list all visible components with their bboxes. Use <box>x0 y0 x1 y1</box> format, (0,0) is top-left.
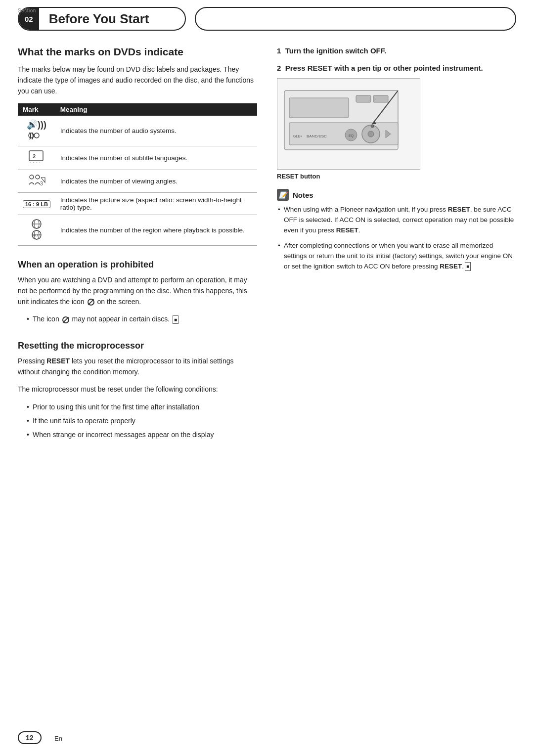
mark-subtitle: 2 · · · · <box>18 146 55 170</box>
prohibited-icon <box>88 299 94 306</box>
list-item: If the unit fails to operate properly <box>27 416 257 427</box>
step1-heading: 1 Turn the ignition switch OFF. <box>277 45 516 56</box>
svg-rect-3 <box>29 151 43 161</box>
region-symbol-icon: ALL <box>27 219 46 240</box>
note-item: When using with a Pioneer navigation uni… <box>277 205 516 236</box>
device-diagram: GLE + BAND/ESC EQ <box>279 81 418 167</box>
reset-caption: RESET button <box>277 173 516 180</box>
note-item: After completing connections or when you… <box>277 241 516 272</box>
section-title: Before You Start <box>39 11 159 27</box>
prohibited-body: When you are watching a DVD and attempt … <box>18 275 257 307</box>
svg-rect-20 <box>289 123 398 145</box>
table-cell-subtitle-meaning: Indicates the number of subtitle languag… <box>55 146 257 170</box>
notes-icon: 📝 <box>277 189 289 201</box>
step2-num: 2 <box>277 64 281 72</box>
section-label: Section <box>18 8 36 13</box>
page-number: 12 <box>18 731 42 744</box>
table-row: 🔊))) )) Indicates the number of audio sy… <box>18 116 257 146</box>
table-cell-audio-meaning: Indicates the number of audio systems. <box>55 116 257 146</box>
list-item: The icon may not appear in certain discs… <box>27 314 257 325</box>
stop-icon: ■ <box>173 315 178 324</box>
svg-point-27 <box>368 131 374 137</box>
dvd-heading: What the marks on DVDs indicate <box>18 45 257 58</box>
svg-rect-19 <box>373 95 388 102</box>
svg-text:2: 2 <box>33 153 36 159</box>
header-right-box <box>195 7 516 31</box>
svg-point-2 <box>34 133 39 138</box>
table-header-meaning: Meaning <box>55 103 257 116</box>
step2-heading: 2 Press RESET with a pen tip or other po… <box>277 63 516 73</box>
svg-text:· · · ·: · · · · <box>30 160 41 165</box>
header: 02 Before You Start <box>0 0 534 31</box>
prohibited-icon-inline <box>62 316 69 323</box>
svg-text:+: + <box>300 134 302 138</box>
page-lang: En <box>54 735 62 742</box>
reset-bullets: Prior to using this unit for the first t… <box>27 402 257 440</box>
prohibited-bullets: The icon may not appear in certain discs… <box>27 314 257 325</box>
svg-text:GLE: GLE <box>293 134 300 138</box>
section-badge: 02 Before You Start <box>18 7 186 31</box>
right-column: 1 Turn the ignition switch OFF. 2 Press … <box>272 45 516 443</box>
table-row: ALL Indicates the number of the region w… <box>18 215 257 246</box>
table-row: 2 · · · · Indicates the number of subtit… <box>18 146 257 170</box>
table-header-mark: Mark <box>18 103 55 116</box>
stop-icon: ■ <box>465 262 471 271</box>
svg-point-7 <box>36 175 40 179</box>
reset-body1: Pressing RESET lets you reset the microp… <box>18 356 257 377</box>
reset-body2: The microprocessor must be reset under t… <box>18 384 257 395</box>
prohibited-heading: When an operation is prohibited <box>18 260 257 270</box>
marks-table: Mark Meaning 🔊))) )) <box>18 103 257 246</box>
svg-rect-17 <box>289 98 349 118</box>
mark-region: ALL <box>18 215 55 246</box>
notes-box: 📝 Notes When using with a Pioneer naviga… <box>277 189 516 272</box>
table-row: 16 : 9 LB Indicates the picture size (as… <box>18 193 257 215</box>
svg-text:BAND/ESC: BAND/ESC <box>307 134 327 138</box>
angles-symbol-icon: 3 <box>27 174 46 187</box>
reset-heading: Resetting the microprocessor <box>18 341 257 351</box>
main-content: What the marks on DVDs indicate The mark… <box>0 31 534 473</box>
dvd-body: The marks below may be found on DVD disc… <box>18 64 257 96</box>
svg-point-6 <box>30 175 34 179</box>
svg-text:ALL: ALL <box>33 234 39 237</box>
mark-audio: 🔊))) )) <box>18 116 55 146</box>
notes-title: Notes <box>293 191 313 199</box>
audio-symbol-icon: )) <box>28 130 45 141</box>
device-image: GLE + BAND/ESC EQ <box>277 78 420 170</box>
table-cell-region-meaning: Indicates the number of the region where… <box>55 215 257 246</box>
table-cell-angles-meaning: Indicates the number of viewing angles. <box>55 170 257 193</box>
left-column: What the marks on DVDs indicate The mark… <box>18 45 272 443</box>
subtitle-symbol-icon: 2 · · · · <box>28 150 45 165</box>
step1-num: 1 <box>277 46 281 55</box>
table-cell-aspect-meaning: Indicates the picture size (aspect ratio… <box>55 193 257 215</box>
mark-angles: 3 <box>18 170 55 193</box>
notes-body: When using with a Pioneer navigation uni… <box>277 205 516 272</box>
list-item: When strange or incorrect messages appea… <box>27 430 257 441</box>
audio-icon: 🔊))) <box>27 119 46 130</box>
svg-text:3: 3 <box>40 181 43 186</box>
table-row: 3 Indicates the number of viewing angles… <box>18 170 257 193</box>
svg-point-31 <box>371 125 374 128</box>
svg-text:EQ: EQ <box>349 134 354 138</box>
list-item: Prior to using this unit for the first t… <box>27 402 257 413</box>
aspect-ratio-icon: 16 : 9 LB <box>23 200 50 208</box>
mark-aspect: 16 : 9 LB <box>18 193 55 215</box>
notes-header: 📝 Notes <box>277 189 516 201</box>
svg-rect-18 <box>356 95 371 102</box>
